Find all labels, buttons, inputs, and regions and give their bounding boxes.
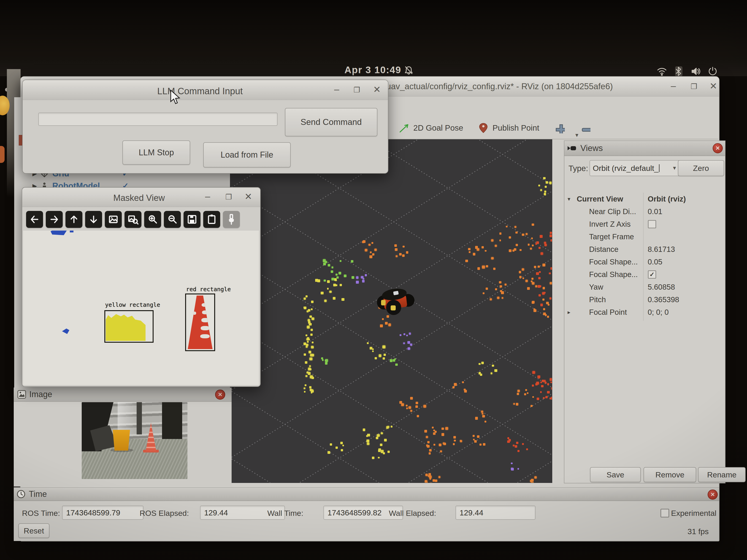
- masked-view-close-button[interactable]: ✕: [241, 191, 255, 202]
- tool-plus[interactable]: [554, 123, 565, 133]
- mv-tool-clipboard-button[interactable]: [203, 211, 220, 228]
- row-expander-icon[interactable]: ▸: [564, 309, 573, 316]
- save-view-button[interactable]: Save: [590, 467, 641, 482]
- masked-view-minimize-button[interactable]: –: [201, 191, 214, 202]
- volume-icon[interactable]: [690, 66, 702, 77]
- view-property-row[interactable]: Invert Z Axis: [564, 218, 724, 230]
- camera-highlight: [118, 402, 152, 434]
- image-panel-header[interactable]: Image ✕: [14, 388, 232, 402]
- system-clock[interactable]: Apr 3 10:49: [344, 64, 401, 76]
- experimental-checkbox[interactable]: [661, 509, 669, 517]
- pointcloud-point: [370, 251, 372, 254]
- pointcloud-point: [513, 445, 514, 446]
- llm-close-button[interactable]: ✕: [370, 84, 384, 95]
- pointcloud-point: [522, 234, 524, 236]
- image-panel-title: Image: [29, 390, 52, 399]
- row-expander-icon[interactable]: ▾: [564, 196, 573, 202]
- time-panel-close-icon[interactable]: ✕: [707, 489, 718, 500]
- robot-hub-front: [391, 305, 396, 311]
- time-field-value[interactable]: 1743648599.79: [62, 506, 144, 520]
- toolbar-overflow-icon[interactable]: ▾: [575, 132, 578, 139]
- pointcloud-point: [315, 279, 318, 282]
- mv-tool-zoom-in-button[interactable]: [144, 211, 161, 228]
- render-viewport-3d[interactable]: [230, 139, 552, 483]
- pointcloud-point: [538, 266, 540, 268]
- remove-view-button[interactable]: Remove: [644, 467, 696, 482]
- tool-minus[interactable]: [579, 123, 590, 133]
- load-from-file-button[interactable]: Load from File: [203, 142, 291, 167]
- views-type-dropdown[interactable]: Orbit (rviz_default_ ▼: [590, 160, 680, 176]
- rviz-close-button[interactable]: ✕: [706, 81, 720, 91]
- pointcloud-point: [333, 297, 336, 300]
- mv-tool-forward-button[interactable]: [46, 211, 63, 228]
- rviz-maximize-button[interactable]: ❐: [687, 82, 701, 91]
- llm-minimize-button[interactable]: –: [330, 84, 343, 95]
- wifi-icon[interactable]: [656, 66, 668, 77]
- pointcloud-point: [305, 361, 307, 364]
- pointcloud-point: [473, 253, 475, 255]
- view-property-row[interactable]: Yaw5.60858: [564, 281, 724, 293]
- property-checkbox[interactable]: ✓: [648, 270, 656, 278]
- view-property-row[interactable]: ▸Focal Point0; 0; 0: [564, 306, 724, 318]
- pointcloud-point: [409, 406, 411, 409]
- view-property-row[interactable]: ▾Current ViewOrbit (rviz): [564, 193, 724, 205]
- tool-publish-point[interactable]: Publish Point: [478, 123, 539, 133]
- view-property-row[interactable]: Near Clip Di...0.01: [564, 205, 724, 218]
- pointcloud-point: [499, 285, 502, 288]
- property-value[interactable]: 0.05: [648, 258, 662, 266]
- send-command-button[interactable]: Send Command: [285, 108, 378, 136]
- property-value[interactable]: 5.60858: [648, 283, 675, 291]
- pointcloud-point: [482, 266, 485, 269]
- view-property-row[interactable]: Target Frame: [564, 230, 724, 243]
- property-label: Invert Z Axis: [573, 220, 643, 229]
- pointcloud-point: [536, 272, 539, 275]
- property-value[interactable]: Orbit (rviz): [648, 195, 686, 203]
- mv-tool-down-button[interactable]: [85, 211, 102, 228]
- zoom-out-icon: [166, 213, 179, 226]
- property-value[interactable]: 0.01: [648, 207, 662, 216]
- background-app-icon-2: [0, 146, 5, 163]
- pointcloud-point: [395, 248, 397, 251]
- mv-tool-image-button[interactable]: [105, 211, 122, 228]
- mv-tool-save-button[interactable]: [184, 211, 201, 228]
- views-panel-close-icon[interactable]: ✕: [713, 143, 723, 153]
- view-property-row[interactable]: Pitch0.365398: [564, 293, 724, 306]
- view-property-row[interactable]: Focal Shape...✓: [564, 268, 724, 281]
- view-property-row[interactable]: Focal Shape...0.05: [564, 256, 724, 268]
- pointcloud-point: [341, 298, 344, 301]
- llm-command-input[interactable]: [38, 112, 278, 126]
- power-icon[interactable]: [707, 66, 719, 77]
- pointcloud-point: [310, 354, 313, 356]
- time-panel-header[interactable]: Time ✕: [14, 488, 719, 501]
- views-panel-header[interactable]: Views ✕: [564, 141, 725, 156]
- llm-stop-button[interactable]: LLM Stop: [123, 140, 190, 165]
- pointcloud-point: [383, 357, 385, 359]
- masked-view-maximize-button[interactable]: ❐: [222, 193, 235, 201]
- bluetooth-icon[interactable]: [673, 66, 685, 77]
- property-value[interactable]: 8.61713: [648, 245, 675, 254]
- pointcloud-point: [531, 405, 533, 407]
- mv-tool-zoom-rect-button[interactable]: [125, 211, 141, 228]
- property-label: Focal Shape...: [573, 258, 643, 266]
- tool-2d-goal-pose[interactable]: 2D Goal Pose: [399, 123, 463, 133]
- pointcloud-point: [406, 407, 408, 409]
- mv-tool-zoom-out-button[interactable]: [164, 211, 181, 228]
- pointcloud-point: [366, 439, 369, 443]
- mv-tool-back-button[interactable]: [26, 211, 43, 228]
- pointcloud-point: [477, 435, 480, 438]
- mv-tool-brush-button[interactable]: [223, 211, 240, 228]
- reset-button[interactable]: Reset: [18, 524, 49, 538]
- image-panel-close-icon[interactable]: ✕: [215, 390, 225, 400]
- views-zero-button[interactable]: Zero: [678, 160, 724, 176]
- pointcloud-point: [362, 280, 365, 282]
- view-property-row[interactable]: Distance8.61713: [564, 243, 724, 256]
- llm-maximize-button[interactable]: ❐: [350, 85, 364, 94]
- property-checkbox[interactable]: [648, 220, 656, 228]
- property-value[interactable]: 0.365398: [648, 295, 679, 304]
- mv-tool-up-button[interactable]: [66, 211, 82, 228]
- rviz-minimize-button[interactable]: –: [666, 81, 680, 91]
- pointcloud-point: [385, 322, 387, 324]
- property-value[interactable]: 0; 0; 0: [648, 308, 669, 317]
- time-field-value[interactable]: 129.44: [456, 506, 536, 520]
- rename-view-button[interactable]: Rename: [698, 467, 746, 482]
